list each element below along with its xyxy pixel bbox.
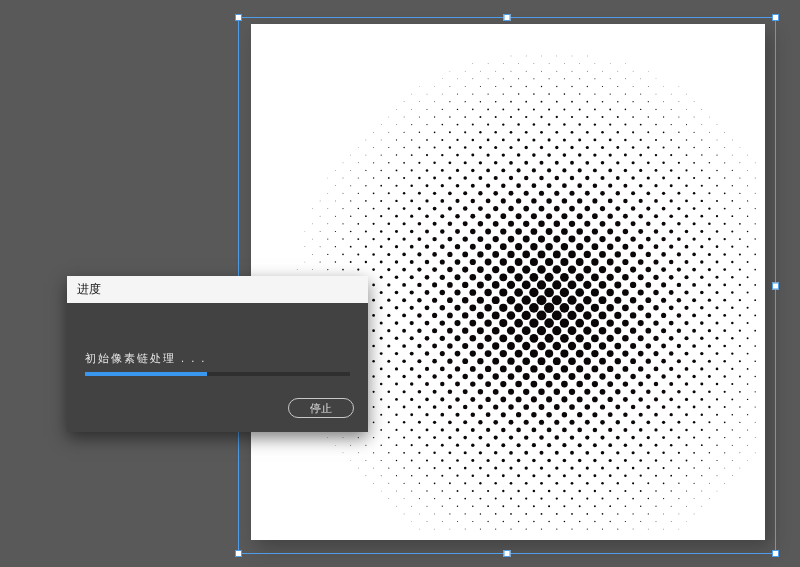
svg-point-815	[388, 437, 390, 439]
svg-point-1045	[463, 436, 467, 440]
svg-point-771	[358, 452, 359, 453]
svg-point-107	[305, 262, 306, 263]
svg-point-54	[305, 231, 306, 232]
svg-point-946	[485, 381, 491, 387]
svg-point-559	[515, 228, 522, 235]
selection-handle-right[interactable]	[772, 282, 779, 289]
svg-point-1353	[754, 269, 756, 271]
svg-point-1014	[701, 200, 703, 202]
svg-point-508	[555, 176, 560, 181]
svg-point-601	[554, 206, 560, 212]
svg-point-793	[553, 265, 562, 274]
svg-point-1189	[442, 506, 443, 507]
svg-point-991	[508, 373, 515, 380]
stop-button[interactable]: 停止	[288, 398, 354, 418]
svg-point-161	[380, 215, 382, 217]
svg-point-16	[427, 94, 428, 95]
svg-point-1616	[732, 445, 733, 446]
svg-point-1632	[724, 468, 725, 469]
svg-point-162	[373, 223, 375, 225]
svg-point-551	[578, 168, 582, 172]
svg-point-1421	[754, 299, 756, 301]
svg-point-137	[312, 269, 313, 270]
svg-point-920	[685, 184, 688, 187]
svg-point-1527	[609, 490, 611, 492]
svg-point-851	[477, 358, 483, 364]
selection-handle-top-right[interactable]	[772, 14, 779, 21]
svg-point-1340	[570, 435, 574, 439]
svg-point-1214	[592, 366, 599, 373]
svg-point-1454	[739, 330, 741, 332]
svg-point-1558	[739, 391, 741, 393]
selection-handle-top-left[interactable]	[235, 14, 242, 21]
svg-point-1087	[508, 404, 514, 410]
svg-point-516	[493, 236, 499, 242]
svg-point-63	[426, 124, 427, 125]
svg-point-330	[556, 116, 558, 118]
svg-point-1058	[732, 185, 733, 186]
svg-point-1178	[524, 420, 529, 425]
svg-point-922	[670, 199, 673, 202]
svg-point-745	[553, 250, 561, 258]
svg-point-93	[411, 154, 413, 156]
svg-point-664	[440, 336, 445, 341]
svg-point-71	[365, 185, 366, 186]
selection-handle-top[interactable]	[504, 14, 511, 21]
svg-point-1083	[538, 373, 545, 380]
svg-point-115	[480, 101, 481, 102]
svg-point-1250	[645, 328, 651, 334]
svg-point-1584	[701, 444, 703, 446]
selection-handle-bottom-right[interactable]	[772, 550, 779, 557]
svg-point-588	[655, 109, 656, 110]
svg-point-1020	[654, 244, 659, 249]
svg-point-1169	[591, 350, 598, 357]
svg-point-264	[440, 199, 444, 203]
svg-point-1434	[654, 397, 658, 401]
svg-point-1111	[685, 245, 689, 249]
svg-point-833	[615, 221, 620, 226]
svg-point-879	[631, 221, 636, 226]
svg-point-1556	[754, 376, 755, 377]
svg-point-1414	[555, 482, 558, 485]
svg-point-409	[617, 86, 618, 87]
svg-point-562	[492, 251, 499, 258]
svg-point-1190	[434, 513, 435, 514]
svg-point-1246	[677, 298, 682, 303]
svg-point-423	[509, 191, 514, 196]
svg-point-1562	[708, 421, 710, 423]
svg-point-116	[472, 109, 474, 111]
svg-point-958	[396, 475, 397, 476]
svg-point-482	[402, 313, 406, 317]
svg-point-662	[454, 320, 460, 326]
svg-point-682	[671, 124, 672, 125]
svg-point-291	[540, 116, 542, 118]
svg-point-524	[432, 298, 437, 303]
svg-point-947	[478, 389, 483, 394]
svg-point-20	[396, 124, 397, 125]
svg-point-863	[388, 452, 390, 454]
svg-point-1457	[716, 352, 719, 355]
selection-handle-bottom[interactable]	[504, 550, 511, 557]
svg-point-546	[617, 131, 619, 133]
svg-point-829	[646, 191, 650, 195]
svg-point-313	[372, 284, 375, 287]
svg-point-252	[533, 108, 535, 110]
svg-point-1456	[723, 345, 726, 348]
svg-point-801	[492, 327, 500, 335]
svg-point-511	[531, 198, 536, 203]
svg-point-974	[638, 244, 643, 249]
svg-point-811	[418, 405, 421, 408]
svg-point-469	[500, 213, 506, 219]
svg-point-704	[499, 288, 507, 296]
svg-point-1500	[609, 474, 612, 477]
svg-point-561	[500, 243, 507, 250]
svg-point-34	[457, 78, 458, 79]
svg-point-310	[395, 260, 398, 263]
svg-point-1191	[427, 521, 428, 522]
selection-handle-bottom-left[interactable]	[235, 550, 242, 557]
svg-point-226	[433, 192, 436, 195]
svg-point-393	[402, 283, 406, 287]
svg-point-677	[343, 437, 344, 438]
svg-point-613	[462, 297, 468, 303]
svg-point-198	[365, 246, 367, 248]
